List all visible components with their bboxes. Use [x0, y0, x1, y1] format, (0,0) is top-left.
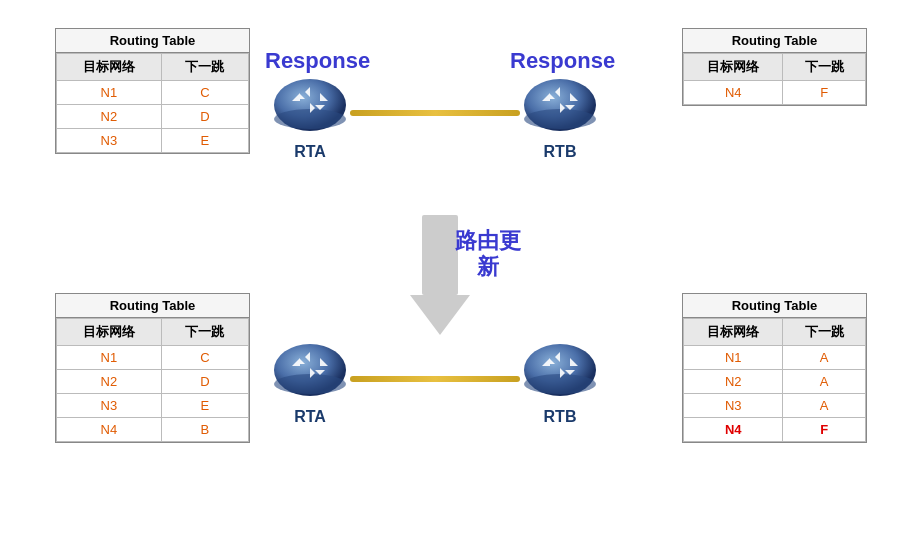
table-cell: N1 — [57, 81, 162, 105]
table-cell: A — [783, 346, 866, 370]
table-cell: N2 — [57, 105, 162, 129]
router-rtb-top: RTB — [520, 75, 600, 161]
table-cell: N3 — [57, 129, 162, 153]
table-row: N3E — [57, 394, 249, 418]
table-row: N2D — [57, 370, 249, 394]
table-cell: E — [161, 394, 248, 418]
router-rtb-bottom: RTB — [520, 340, 600, 426]
table-cell: N4 — [57, 418, 162, 442]
rtb-top-label: RTB — [520, 143, 600, 161]
table-row: N2D — [57, 105, 249, 129]
table-row: N1C — [57, 81, 249, 105]
table-cell: N1 — [57, 346, 162, 370]
table-cell: C — [161, 81, 248, 105]
router-rta-top-icon — [270, 75, 350, 135]
table-row: N4B — [57, 418, 249, 442]
table-row: N2A — [684, 370, 866, 394]
table-cell: C — [161, 346, 248, 370]
route-update-label: 路由更新 — [455, 228, 521, 281]
table-cell: E — [161, 129, 248, 153]
col-header-dest: 目标网络 — [684, 54, 783, 81]
table-row: N3E — [57, 129, 249, 153]
routing-table-top-left: Routing Table 目标网络 下一跳 N1CN2DN3E — [55, 28, 250, 154]
arrow-head — [410, 295, 470, 335]
router-rta-top: RTA — [270, 75, 350, 161]
routing-table-bottom-left: Routing Table 目标网络 下一跳 N1CN2DN3EN4B — [55, 293, 250, 443]
table-cell: A — [783, 370, 866, 394]
routing-table-top-right: Routing Table 目标网络 下一跳 N4F — [682, 28, 867, 106]
table-cell: N4 — [684, 418, 783, 442]
table-cell: D — [161, 105, 248, 129]
rta-top-label: RTA — [270, 143, 350, 161]
scene: Routing Table 目标网络 下一跳 N1CN2DN3E Routing… — [0, 0, 897, 549]
rta-bottom-label: RTA — [270, 408, 350, 426]
router-rtb-top-icon — [520, 75, 600, 135]
table-cell: B — [161, 418, 248, 442]
rt-bottom-right-title: Routing Table — [683, 294, 866, 318]
table-cell: N1 — [684, 346, 783, 370]
table-row: N3A — [684, 394, 866, 418]
router-rtb-bottom-icon — [520, 340, 600, 400]
table-cell: A — [783, 394, 866, 418]
col-header-dest: 目标网络 — [57, 319, 162, 346]
table-cell: D — [161, 370, 248, 394]
response-label-right: Response — [510, 48, 615, 74]
routing-table-bottom-right: Routing Table 目标网络 下一跳 N1AN2AN3AN4F — [682, 293, 867, 443]
table-row: N1A — [684, 346, 866, 370]
col-header-next: 下一跳 — [783, 54, 866, 81]
table-cell: N2 — [57, 370, 162, 394]
response-label-left: Response — [265, 48, 370, 74]
table-cell: N4 — [684, 81, 783, 105]
table-row: N4F — [684, 418, 866, 442]
router-rta-bottom: RTA — [270, 340, 350, 426]
table-row: N4F — [684, 81, 866, 105]
rt-bottom-left-title: Routing Table — [56, 294, 249, 318]
table-row: N1C — [57, 346, 249, 370]
table-cell: N3 — [57, 394, 162, 418]
rtb-bottom-label: RTB — [520, 408, 600, 426]
arrow-shaft — [422, 215, 458, 295]
table-cell: N3 — [684, 394, 783, 418]
col-header-dest: 目标网络 — [684, 319, 783, 346]
rt-top-left-title: Routing Table — [56, 29, 249, 53]
table-cell: F — [783, 418, 866, 442]
rt-top-right-title: Routing Table — [683, 29, 866, 53]
router-rta-bottom-icon — [270, 340, 350, 400]
h-line-top — [350, 110, 520, 116]
table-cell: N2 — [684, 370, 783, 394]
table-cell: F — [783, 81, 866, 105]
col-header-dest: 目标网络 — [57, 54, 162, 81]
h-line-bottom — [350, 376, 520, 382]
col-header-next: 下一跳 — [783, 319, 866, 346]
col-header-next: 下一跳 — [161, 319, 248, 346]
col-header-next: 下一跳 — [161, 54, 248, 81]
